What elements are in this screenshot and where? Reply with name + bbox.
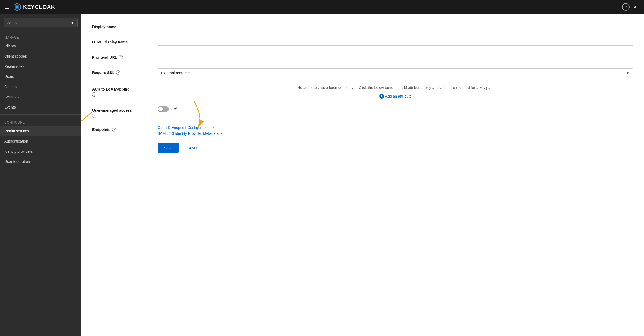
sidebar-item-realm-roles[interactable]: Realm roles	[0, 61, 81, 72]
app-logo: KEYCLOAK	[13, 3, 55, 11]
select-require-ssl[interactable]: None External requests All requests	[158, 69, 633, 77]
sidebar-item-sessions[interactable]: Sessions	[0, 92, 81, 102]
sidebar-item-realm-settings[interactable]: Realm settings	[0, 126, 81, 136]
help-icon-endpoints[interactable]: ?	[112, 128, 116, 132]
form-row-html-display-name: HTML Display name	[92, 38, 633, 46]
add-attribute-label: Add an attribute	[385, 94, 412, 98]
sidebar-item-user-federation[interactable]: User federation	[0, 156, 81, 167]
form-row-require-ssl: Require SSL ? None External requests All…	[92, 68, 633, 77]
label-acr-loa: ACR to LoA Mapping	[92, 87, 151, 91]
realm-dropdown[interactable]: demo ▼	[4, 18, 78, 27]
label-endpoints: Endpoints ?	[92, 128, 151, 132]
sidebar-item-identity-providers[interactable]: Identity providers	[0, 146, 81, 156]
sidebar: demo ▼ Manage Clients Client scopes Real…	[0, 14, 81, 336]
input-display-name[interactable]	[158, 23, 633, 30]
label-html-display-name: HTML Display name	[92, 40, 151, 44]
label-frontend-url: Frontend URL ?	[92, 55, 151, 59]
revert-button[interactable]: Revert	[183, 143, 203, 153]
ext-link-icon-saml: ↗︎	[220, 132, 223, 135]
form-row-display-name: Display name	[92, 23, 633, 30]
sidebar-item-events[interactable]: Events	[0, 102, 81, 112]
openid-endpoint-text: OpenID Endpoint Configuration	[158, 125, 210, 130]
topbar: ☰ KEYCLOAK ? A V	[0, 0, 644, 14]
sidebar-item-client-scopes[interactable]: Client scopes	[0, 51, 81, 61]
form-row-acr-loa: ACR to LoA Mapping ? No attributes have …	[92, 85, 633, 99]
sidebar-section-manage: Manage	[0, 32, 81, 41]
user-avatar[interactable]: A V	[634, 5, 640, 9]
sidebar-item-groups[interactable]: Groups	[0, 82, 81, 92]
sidebar-section-configure: Configure	[0, 117, 81, 126]
hamburger-menu[interactable]: ☰	[4, 4, 9, 10]
save-button[interactable]: Save	[158, 143, 179, 153]
sidebar-item-authentication[interactable]: Authentication	[0, 136, 81, 146]
form-row-frontend-url: Frontend URL ?	[92, 53, 633, 61]
label-user-managed-access: User-managed access	[92, 108, 151, 113]
toggle-knob	[158, 107, 163, 111]
endpoints-links: OpenID Endpoint Configuration ↗︎ SAML 2.…	[158, 125, 633, 136]
plus-circle-icon: +	[379, 94, 384, 99]
sidebar-item-clients[interactable]: Clients	[0, 41, 81, 51]
input-frontend-url[interactable]	[158, 53, 633, 61]
label-display-name: Display name	[92, 25, 151, 29]
realm-selector: demo ▼	[0, 14, 81, 32]
toggle-user-managed-access[interactable]	[158, 106, 169, 112]
form-row-endpoints: Endpoints ? OpenID Endpoint Configuratio…	[92, 125, 633, 136]
help-icon-require-ssl[interactable]: ?	[116, 70, 120, 75]
saml-endpoint-text: SAML 2.0 Identity Provider Metadata	[158, 131, 219, 136]
sidebar-item-users[interactable]: Users	[0, 72, 81, 82]
sidebar-divider	[0, 114, 81, 115]
help-button[interactable]: ?	[622, 3, 630, 11]
saml-endpoint-link[interactable]: SAML 2.0 Identity Provider Metadata ↗︎	[158, 131, 633, 136]
dropdown-arrow: ▼	[70, 21, 74, 25]
help-icon-acr-loa[interactable]: ?	[92, 92, 96, 97]
toggle-row-user-managed: Off	[158, 106, 633, 112]
add-attribute-button[interactable]: + Add an attribute	[379, 94, 412, 99]
realm-name: demo	[7, 21, 17, 25]
action-row: Save Revert	[92, 143, 633, 153]
content-area: Display name HTML Display name Frontend …	[81, 14, 644, 336]
keycloak-logo-icon	[13, 3, 21, 11]
help-icon-user-managed-access[interactable]: ?	[92, 114, 96, 118]
form-row-user-managed-access: User-managed access ? Off	[92, 106, 633, 118]
acr-content: No attributes have been defined yet. Cli…	[158, 85, 633, 99]
openid-endpoint-link[interactable]: OpenID Endpoint Configuration ↗︎	[158, 125, 633, 130]
select-wrapper-require-ssl: None External requests All requests ▼	[158, 68, 633, 77]
label-require-ssl: Require SSL ?	[92, 70, 151, 75]
acr-empty-text: No attributes have been defined yet. Cli…	[158, 85, 633, 91]
ext-link-icon-openid: ↗︎	[211, 126, 214, 129]
help-icon-frontend-url[interactable]: ?	[119, 55, 123, 59]
toggle-off-label: Off	[171, 107, 176, 111]
input-html-display-name[interactable]	[158, 38, 633, 46]
